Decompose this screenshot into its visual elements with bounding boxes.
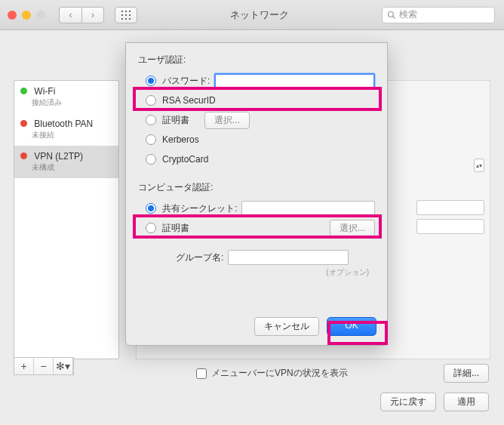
select-cert-button: 選択... [204, 112, 250, 129]
radio-cryptocard[interactable] [146, 154, 156, 165]
background-field-2 [416, 219, 484, 234]
radio-label: CryptoCard [162, 154, 208, 165]
radio-password[interactable] [146, 75, 156, 86]
sidebar-item-status: 未構成 [32, 162, 112, 173]
auth-settings-sheet: ユーザ認証: パスワード: RSA SecurID 証明書 選択... Kerb… [125, 42, 388, 346]
cancel-button[interactable]: キャンセル [254, 317, 319, 336]
search-placeholder: 検索 [399, 8, 417, 21]
radio-label: Kerberos [162, 134, 199, 145]
select-machine-cert-button: 選択... [330, 220, 375, 237]
forward-button[interactable]: › [81, 7, 104, 23]
nav-buttons: ‹ › [59, 7, 104, 23]
password-input[interactable] [214, 73, 375, 88]
sidebar-item-label: Bluetooth PAN [34, 119, 93, 129]
search-icon [387, 11, 396, 20]
details-button[interactable]: 詳細... [444, 364, 489, 383]
minimize-icon[interactable] [22, 11, 31, 20]
user-auth-kerberos-row[interactable]: Kerberos [146, 131, 375, 148]
background-field-1 [416, 200, 484, 215]
svg-rect-7 [125, 18, 127, 20]
titlebar: ‹ › ネットワーク 検索 [0, 0, 504, 30]
add-service-button[interactable]: + [14, 358, 34, 374]
svg-rect-4 [125, 14, 127, 16]
group-name-row: グループ名: [176, 250, 375, 265]
radio-label: パスワード: [162, 75, 210, 88]
sidebar-item-status: 未接続 [32, 130, 112, 140]
svg-rect-1 [125, 11, 127, 12]
radio-machine-cert[interactable] [146, 223, 156, 233]
remove-service-button[interactable]: − [34, 358, 54, 374]
sidebar-item-label: Wi-Fi [34, 86, 55, 97]
back-button[interactable]: ‹ [59, 7, 81, 23]
user-auth-password-row[interactable]: パスワード: [146, 72, 375, 89]
user-auth-label: ユーザ認証: [138, 54, 375, 66]
group-name-note: (オプション) [138, 267, 369, 278]
service-list: Wi-Fi 接続済み Bluetooth PAN 未接続 VPN (L2TP) … [14, 80, 119, 359]
sidebar-item-vpn[interactable]: VPN (L2TP) 未構成 [14, 146, 118, 178]
shared-secret-input[interactable] [241, 201, 375, 216]
radio-rsa[interactable] [146, 95, 156, 106]
window-title: ネットワーク [143, 8, 376, 22]
svg-rect-6 [121, 18, 123, 20]
machine-auth-label: コンピュータ認証: [138, 181, 375, 194]
sidebar-item-status: 接続済み [32, 97, 112, 108]
config-dropdown[interactable]: ▴▾ [474, 159, 484, 172]
radio-label: 証明書 [162, 114, 189, 127]
svg-line-10 [393, 16, 395, 18]
window-body: ▴▾ Wi-Fi 接続済み Bluetooth PAN 未接続 VPN (L2T… [0, 30, 504, 425]
radio-label: 共有シークレット: [162, 202, 237, 215]
user-auth-rsa-row[interactable]: RSA SecurID [146, 92, 375, 109]
svg-rect-2 [129, 11, 131, 12]
show-all-button[interactable] [115, 7, 137, 23]
sidebar-item-wifi[interactable]: Wi-Fi 接続済み [14, 81, 118, 113]
svg-rect-8 [129, 18, 131, 20]
svg-rect-3 [121, 14, 123, 16]
menubar-checkbox-label: メニューバーにVPNの状況を表示 [211, 367, 348, 380]
radio-kerberos[interactable] [146, 134, 156, 145]
status-dot-icon [20, 88, 27, 94]
sidebar-toolbar: + − ✻▾ [14, 357, 74, 375]
status-dot-icon [20, 152, 27, 159]
sidebar-item-bluetooth-pan[interactable]: Bluetooth PAN 未接続 [14, 113, 118, 146]
svg-rect-0 [121, 11, 123, 12]
grid-icon [121, 11, 131, 20]
apply-button[interactable]: 適用 [444, 393, 489, 411]
svg-rect-5 [129, 14, 131, 16]
machine-auth-cert-row[interactable]: 証明書 選択... [146, 220, 375, 236]
group-name-label: グループ名: [176, 251, 223, 264]
show-vpn-menubar-checkbox[interactable] [196, 368, 207, 379]
group-name-input[interactable] [228, 250, 349, 265]
revert-button[interactable]: 元に戻す [380, 393, 436, 411]
gear-icon: ✻▾ [56, 360, 70, 372]
svg-point-9 [389, 11, 394, 17]
status-dot-icon [20, 120, 27, 127]
service-actions-button[interactable]: ✻▾ [54, 358, 73, 374]
window-controls [8, 11, 45, 20]
user-auth-cryptocard-row[interactable]: CryptoCard [146, 151, 375, 168]
ok-button[interactable]: OK [327, 317, 376, 336]
radio-label: RSA SecurID [162, 95, 216, 106]
radio-cert[interactable] [146, 115, 156, 125]
user-auth-cert-row[interactable]: 証明書 選択... [146, 112, 375, 128]
sidebar-item-label: VPN (L2TP) [34, 151, 83, 162]
search-field[interactable]: 検索 [382, 7, 495, 23]
radio-shared-secret[interactable] [146, 203, 156, 214]
radio-label: 証明書 [162, 222, 189, 235]
machine-auth-shared-secret-row[interactable]: 共有シークレット: [146, 200, 375, 217]
close-icon[interactable] [8, 11, 17, 20]
zoom-icon [36, 11, 45, 20]
